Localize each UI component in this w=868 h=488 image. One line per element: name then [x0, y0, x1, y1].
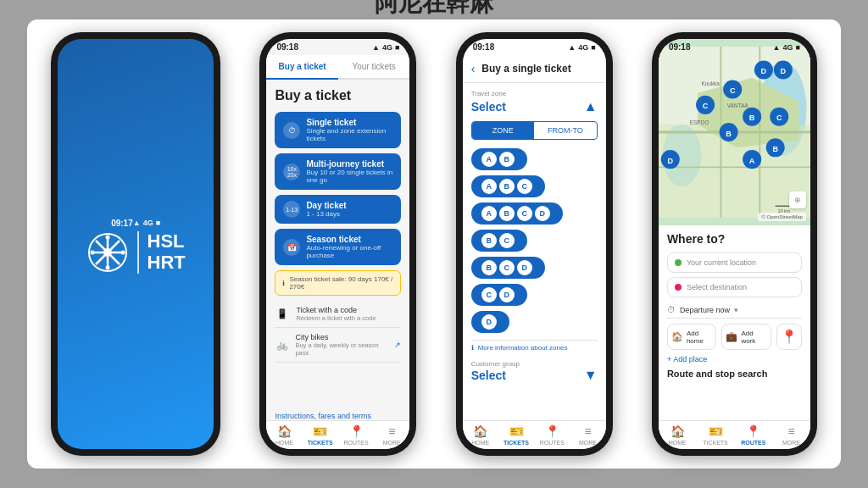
hsl-line1: HSL [147, 231, 186, 252]
status-bar-4: 09:18 ▲4G■ [659, 39, 810, 55]
calendar-icon: 📅 [283, 239, 300, 256]
svg-text:B: B [772, 145, 778, 153]
time-4: 09:18 [669, 42, 691, 52]
zone-pill-ab[interactable]: A B [471, 148, 527, 170]
phone-3: 09:18 ▲4G■ ‹ Buy a single ticket Travel … [456, 32, 613, 456]
single-ticket-text: Single ticket Single and zone extension … [306, 118, 392, 142]
zone-select-row: Select ▲ [471, 99, 598, 114]
departure-text: Departure now [680, 306, 730, 314]
nav-routes-4[interactable]: 📍 ROUTES [734, 424, 772, 446]
ticket-with-code[interactable]: 📱 Ticket with a code Redeem a ticket wit… [275, 301, 401, 328]
chevron-up-icon: ▲ [584, 99, 598, 114]
nav-routes-3[interactable]: 📍 ROUTES [534, 424, 570, 446]
ticket-screen: 09:18 ▲4G■ Buy a ticket Your tickets [266, 39, 409, 449]
nav-routes-2[interactable]: 📍 ROUTES [338, 424, 374, 446]
home-icon-3: 🏠 [473, 424, 487, 438]
customer-group: Customer group Select ▼ [471, 355, 598, 383]
status-icons-3: ▲4G■ [568, 43, 595, 52]
external-link-icon: ↗ [394, 341, 401, 349]
destination-input[interactable]: Select destination [667, 277, 802, 297]
ticket-tabs: Buy a ticket Your tickets [266, 55, 409, 80]
current-location-input[interactable]: Your current location [667, 252, 802, 273]
code-icon: 📱 [275, 307, 290, 322]
hsl-logo: HSL HRT [86, 231, 186, 274]
multi-journey-text: Multi-journey ticket Buy 10 or 20 single… [306, 159, 392, 184]
add-place-link[interactable]: + Add place [667, 355, 802, 363]
zone-toggle-zone[interactable]: ZONE [472, 122, 535, 139]
zone-pill-bc[interactable]: B C [471, 230, 527, 252]
tab-your-tickets[interactable]: Your tickets [338, 55, 410, 78]
bike-icon: 🚲 [275, 337, 289, 352]
more-icon-4: ≡ [787, 424, 794, 438]
zone-pill-d[interactable]: D [471, 311, 509, 333]
clock-icon-4: ⏱ [667, 305, 676, 314]
add-home-btn[interactable]: 🏠 Add home [667, 324, 717, 350]
clock-icon: ⏱ [283, 122, 300, 139]
nav-more-2[interactable]: ≡ MORE [374, 424, 409, 446]
hsl-logo-text: HSL HRT [147, 231, 186, 272]
add-work-btn[interactable]: 💼 Add work [721, 324, 771, 350]
hsl-snowflake-icon [86, 231, 129, 274]
where-to-title: Where to? [667, 232, 802, 246]
phone-2-screen: 09:18 ▲4G■ Buy a ticket Your tickets [266, 39, 409, 449]
tab-buy-ticket[interactable]: Buy a ticket [266, 55, 338, 80]
departure-row[interactable]: ⏱ Departure now ▾ [667, 302, 802, 319]
day-ticket-text: Day ticket 1 - 13 days [306, 201, 346, 218]
zone-toggle: ZONE FROM-TO [471, 121, 598, 140]
current-location-dot [675, 259, 682, 266]
home-icon-2: 🏠 [277, 424, 292, 438]
chevron-down-icon: ▼ [584, 368, 598, 383]
phone-3-screen: 09:18 ▲4G■ ‹ Buy a single ticket Travel … [463, 39, 606, 449]
nav-tickets-3[interactable]: 🎫 TICKETS [498, 424, 534, 446]
city-bikes[interactable]: 🚲 City bikes Buy a daily, weekly or seas… [275, 328, 401, 363]
nav-more-3[interactable]: ≡ MORE [570, 424, 605, 446]
bottom-nav-3: 🏠 HOME 🎫 TICKETS 📍 ROUTES ≡ [463, 420, 606, 449]
zone-pill-cd[interactable]: C D [471, 284, 527, 306]
zone-info-link[interactable]: ℹ More information about zones [471, 340, 598, 355]
svg-point-5 [103, 248, 112, 257]
home-icon-4: 🏠 [671, 331, 683, 342]
zone-select-value[interactable]: Select [471, 100, 506, 114]
more-icon-2: ≡ [388, 424, 395, 438]
zone-pill-abcd[interactable]: A B C D [471, 202, 563, 225]
svg-text:ESPOO: ESPOO [690, 119, 709, 125]
single-ticket-screen: 09:18 ▲4G■ ‹ Buy a single ticket Travel … [463, 39, 606, 449]
back-button[interactable]: ‹ [471, 62, 476, 75]
route-search-title: Route and stop search [667, 369, 802, 379]
travel-zone-label: Travel zone [471, 90, 598, 97]
svg-text:D: D [780, 67, 786, 75]
nav-more-4[interactable]: ≡ MORE [772, 424, 810, 446]
svg-point-8 [90, 250, 94, 254]
season-ticket-btn[interactable]: 📅 Season ticket Auto-renewing or one-off… [275, 229, 401, 265]
map-credit: © OpenStreetMap [758, 213, 805, 221]
nav-home-3[interactable]: 🏠 HOME [463, 424, 498, 446]
zone-pills: A B A B C A B [471, 148, 598, 333]
time-2: 09:18 [276, 42, 298, 52]
routes-icon-2: 📍 [349, 424, 364, 438]
routes-icon-4: 📍 [746, 424, 760, 438]
nav-tickets-4[interactable]: 🎫 TICKETS [697, 424, 735, 446]
status-bar-3: 09:18 ▲4G■ [463, 39, 606, 55]
svg-text:B: B [749, 114, 755, 122]
nav-tickets-2[interactable]: 🎫 TICKETS [303, 424, 338, 446]
single-ticket-btn[interactable]: ⏱ Single ticket Single and zone extensio… [275, 112, 401, 148]
zone-pill-abc[interactable]: A B C [471, 175, 545, 197]
nav-home-4[interactable]: 🏠 HOME [659, 424, 697, 446]
customer-group-value[interactable]: Select [471, 369, 506, 382]
phone-4: 09:18 ▲4G■ [652, 32, 817, 456]
single-ticket-title: Buy a single ticket [481, 63, 570, 75]
ticket-terms[interactable]: Instructions, fares and terms [266, 407, 409, 420]
location-btn[interactable]: 📍 [776, 324, 802, 350]
outer-frame: 阿尼在幹麻 09:17 ▲ 4G ■ [27, 19, 841, 469]
where-to-section: Where to? Your current location Select d… [659, 225, 810, 420]
zone-pill-bcd[interactable]: B C D [471, 257, 545, 279]
multi-journey-btn[interactable]: 10x20x Multi-journey ticket Buy 10 or 20… [275, 153, 401, 190]
customer-group-select-row: Select ▼ [471, 368, 598, 383]
svg-point-9 [120, 250, 125, 254]
svg-text:Kuukka: Kuukka [701, 80, 720, 86]
svg-text:D: D [667, 157, 673, 165]
zone-toggle-from-to[interactable]: FROM-TO [534, 122, 597, 139]
day-ticket-btn[interactable]: 1-13 Day ticket 1 - 13 days [275, 195, 401, 224]
nav-home-2[interactable]: 🏠 HOME [266, 424, 302, 446]
phone-1-screen: 09:17 ▲ 4G ■ [58, 39, 214, 449]
